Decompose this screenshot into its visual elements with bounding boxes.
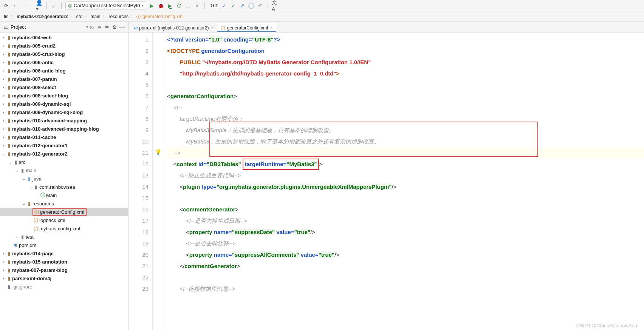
- tree-chevron-icon[interactable]: [15, 235, 19, 239]
- tree-item[interactable]: ▮mybatis-008-select: [0, 83, 128, 91]
- tree-item[interactable]: ▮java: [0, 174, 128, 183]
- tree-chevron-icon[interactable]: [2, 260, 5, 264]
- tree-item[interactable]: ▮mybatis-006-antic: [0, 58, 128, 66]
- project-title[interactable]: Project: [11, 24, 26, 30]
- crumb[interactable]: main: [90, 14, 101, 19]
- tree-chevron-icon[interactable]: [22, 177, 26, 181]
- tree-item[interactable]: ▮mybatis-010-advanced-mapping-blog: [0, 125, 128, 133]
- tree-chevron-icon[interactable]: [2, 44, 5, 48]
- crumb[interactable]: resources: [108, 14, 129, 19]
- tree-item[interactable]: ▮main: [0, 166, 128, 174]
- maven-icon: m: [134, 25, 138, 31]
- tree-item[interactable]: ▮mybatis-012-generator2: [0, 150, 128, 158]
- code-editor[interactable]: 1234567891011121314151617181920212223 💡 …: [128, 32, 644, 330]
- tree-chevron-icon[interactable]: [2, 60, 5, 65]
- tree-item[interactable]: ⟨/⟩logback.xml: [0, 216, 128, 224]
- attach-icon[interactable]: …: [185, 2, 192, 9]
- coverage-icon[interactable]: ▶̲: [167, 2, 173, 9]
- tree-item[interactable]: ▮mybatis-011-cache: [0, 133, 128, 141]
- tree-chevron-icon[interactable]: [2, 276, 5, 281]
- editor-tab[interactable]: ⟨/⟩ generatorConfig.xml ×: [217, 23, 276, 32]
- tree-item[interactable]: ▮mybatis-005-crud2: [0, 42, 128, 50]
- tree-chevron-icon[interactable]: [2, 251, 5, 256]
- tree-chevron-icon[interactable]: [2, 77, 5, 81]
- tree-chevron-icon[interactable]: [2, 69, 5, 73]
- project-tree[interactable]: ▮mybatis-004-web▮mybatis-005-crud2▮mybat…: [0, 32, 128, 330]
- back-icon[interactable]: ←: [12, 2, 19, 9]
- tree-item[interactable]: ▮mybatis-015-annotation: [0, 258, 128, 266]
- tree-chevron-icon[interactable]: [2, 152, 5, 156]
- tree-chevron-icon[interactable]: [2, 135, 5, 139]
- editor-tab[interactable]: m pom.xml (mybatis-012-generator2) ×: [131, 23, 217, 32]
- tree-item[interactable]: ▮src: [0, 158, 128, 166]
- minimize-icon[interactable]: ▭: [2, 24, 10, 30]
- tree-chevron-icon[interactable]: [2, 35, 5, 40]
- close-icon[interactable]: ×: [270, 25, 273, 31]
- tree-item[interactable]: ⟨/⟩mybatis-config.xml: [0, 224, 128, 233]
- tree-item[interactable]: ▮mybatis-008-select-blog: [0, 91, 128, 100]
- crumb[interactable]: src: [75, 14, 83, 19]
- tree-item[interactable]: ▮com.rainbowsea: [0, 183, 128, 191]
- tree-chevron-icon[interactable]: [2, 102, 5, 106]
- tree-chevron-icon[interactable]: [2, 268, 5, 272]
- crumb[interactable]: tis: [3, 14, 9, 19]
- tree-item[interactable]: ⒸMain: [0, 191, 128, 199]
- tree-item[interactable]: ▮parse-xml-dom4j: [0, 274, 128, 282]
- tree-item[interactable]: ▮mybats-007-param-blog: [0, 266, 128, 274]
- folder-dark-icon: ▮: [19, 168, 26, 173]
- tree-item[interactable]: ▮resources: [0, 199, 128, 208]
- close-icon[interactable]: ×: [211, 25, 214, 31]
- tree-item[interactable]: mpom.xml: [0, 241, 128, 249]
- tree-item[interactable]: ▮mybatis-009-dynamic-sql-blog: [0, 108, 128, 116]
- tree-item[interactable]: ▮mybatis-007-param: [0, 75, 128, 83]
- tree-item[interactable]: ▮mybatis-012-generator1: [0, 141, 128, 150]
- git-commit-icon[interactable]: ✓: [230, 2, 237, 9]
- intention-bulb-icon[interactable]: 💡: [155, 149, 161, 155]
- tree-item[interactable]: ▮mybatis-004-web: [0, 33, 128, 42]
- crumb[interactable]: mybatis-012-generator2: [16, 14, 68, 19]
- git-push-icon[interactable]: ↗: [239, 2, 246, 9]
- tree-chevron-icon[interactable]: [2, 110, 5, 114]
- tree-item[interactable]: ▮mybatis-010-advanced-mapping: [0, 116, 128, 125]
- forward-icon[interactable]: →: [21, 2, 28, 9]
- tree-chevron-icon[interactable]: [2, 119, 5, 123]
- tree-item[interactable]: ▮test: [0, 233, 128, 241]
- expand-all-icon[interactable]: ≡: [96, 24, 103, 30]
- tree-item[interactable]: ▮mybatis-005-crud-blog: [0, 50, 128, 58]
- tree-chevron-icon[interactable]: [22, 202, 26, 206]
- stop-icon[interactable]: ↙: [51, 2, 57, 9]
- tree-chevron-icon[interactable]: [29, 185, 33, 189]
- debug-icon[interactable]: 🐞: [158, 2, 164, 9]
- translate-icon[interactable]: 文A: [272, 2, 279, 9]
- tree-item[interactable]: ⟨/⟩generatorConfig.xml: [0, 208, 128, 216]
- collapse-all-icon[interactable]: ≣: [103, 24, 111, 30]
- tree-item[interactable]: ▮mybatis-009-dynamic-sql: [0, 100, 128, 108]
- crumb-file[interactable]: generatorConfig.xml: [142, 14, 183, 19]
- select-opened-icon[interactable]: ⊙: [88, 24, 96, 30]
- run-icon[interactable]: ▶: [149, 2, 155, 9]
- run-config-selector[interactable]: ◎ CarMapperTest.testSelectById ▾: [65, 2, 146, 9]
- hide-icon[interactable]: —: [118, 24, 126, 30]
- tree-chevron-icon[interactable]: [15, 168, 19, 173]
- git-update-icon[interactable]: ✓: [221, 2, 228, 9]
- tree-chevron-icon[interactable]: [2, 52, 5, 56]
- tree-item-label: mybatis-005-crud-blog: [12, 51, 65, 57]
- tree-item[interactable]: ▮mybatis-006-antic-blog: [0, 66, 128, 75]
- profile-icon[interactable]: ⏱: [176, 2, 183, 9]
- sync-icon[interactable]: ⟳: [3, 2, 10, 9]
- code-content[interactable]: <?xml version="1.0" encoding="UTF-8"?><!…: [164, 32, 644, 330]
- user-icon[interactable]: 👤▾: [36, 2, 43, 9]
- tree-item-label: mybatis-014-page: [12, 251, 54, 256]
- settings-icon[interactable]: ⚙: [111, 24, 118, 30]
- chevron-down-icon: ▾: [142, 3, 144, 8]
- git-rollback-icon[interactable]: ↶: [257, 2, 264, 9]
- tree-item[interactable]: ▮mybatis-014-page: [0, 249, 128, 258]
- tree-chevron-icon[interactable]: [2, 143, 5, 148]
- tree-chevron-icon[interactable]: [2, 127, 5, 131]
- git-history-icon[interactable]: 🕘: [248, 2, 255, 9]
- stop-run-icon[interactable]: ■: [194, 2, 201, 9]
- tree-chevron-icon[interactable]: [8, 160, 12, 164]
- tree-chevron-icon[interactable]: [2, 94, 5, 98]
- tree-item[interactable]: ▮.gitignore: [0, 282, 128, 291]
- tree-chevron-icon[interactable]: [2, 85, 5, 89]
